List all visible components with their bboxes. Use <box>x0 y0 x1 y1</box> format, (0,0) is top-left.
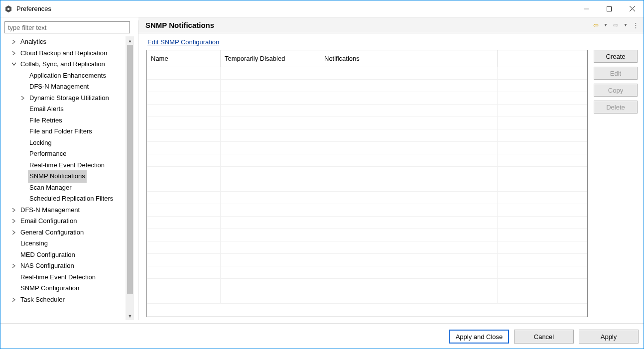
scroll-down-icon[interactable]: ▼ <box>126 312 134 320</box>
tree-item-label[interactable]: SNMP Notifications <box>28 170 87 183</box>
table-row[interactable] <box>147 204 587 217</box>
tree-item-label[interactable]: DFS-N Management <box>28 81 90 93</box>
tree-item[interactable]: Application Enhancements <box>5 70 126 82</box>
table-row[interactable] <box>147 266 587 279</box>
tree-item[interactable]: Dynamic Storage Utilization <box>5 93 126 104</box>
tree-item[interactable]: General Configuration <box>5 227 126 238</box>
chevron-right-icon[interactable] <box>10 40 17 44</box>
tree-item[interactable]: Analytics <box>5 36 126 48</box>
tree-item[interactable]: NAS Configuration <box>5 260 126 272</box>
tree-item-label[interactable]: DFS-N Management <box>19 204 81 217</box>
tree-item[interactable]: Real-time Event Detection <box>5 272 126 283</box>
table-row[interactable] <box>147 129 587 142</box>
table-row[interactable] <box>147 105 587 117</box>
tree-item-label[interactable]: Application Enhancements <box>28 70 108 82</box>
tree-item-label[interactable]: Locking <box>28 137 53 149</box>
filter-input[interactable] <box>4 21 130 33</box>
table-row[interactable] <box>147 254 587 266</box>
chevron-right-icon[interactable] <box>10 231 17 234</box>
tree-item-label[interactable]: Scan Manager <box>28 182 73 194</box>
table-row[interactable] <box>147 67 587 80</box>
tree-item-label[interactable]: File Retries <box>28 115 64 127</box>
maximize-button[interactable] <box>598 0 621 17</box>
col-name[interactable]: Name <box>147 50 221 67</box>
tree-item-label[interactable]: Performance <box>28 148 68 160</box>
tree-item-label[interactable]: General Configuration <box>19 227 85 239</box>
table-row[interactable] <box>147 217 587 229</box>
table-row[interactable] <box>147 154 587 167</box>
tree-item-label[interactable]: File and Folder Filters <box>28 125 94 138</box>
tree-item[interactable]: Task Scheduler <box>5 294 126 306</box>
tree-item-label[interactable]: Licensing <box>19 237 49 250</box>
tree-item-label[interactable]: Real-time Event Detection <box>19 271 97 284</box>
tree-item-label[interactable]: MED Configuration <box>19 249 77 261</box>
tree-item[interactable]: DFS-N Management <box>5 205 126 216</box>
back-menu-icon[interactable]: ▼ <box>602 21 610 29</box>
edit-snmp-config-link[interactable]: Edit SNMP Configuration <box>147 38 638 46</box>
chevron-down-icon[interactable] <box>10 62 17 66</box>
minimize-button[interactable] <box>575 0 598 17</box>
nav-tree[interactable]: AnalyticsCloud Backup and ReplicationCol… <box>3 36 126 320</box>
tree-item-label[interactable]: SNMP Configuration <box>19 282 81 295</box>
tree-item[interactable]: SNMP Notifications <box>5 171 126 182</box>
forward-icon[interactable]: ⇨ <box>612 21 620 29</box>
table-row[interactable] <box>147 241 587 254</box>
copy-button[interactable]: Copy <box>594 84 638 97</box>
tree-item-label[interactable]: Email Alerts <box>28 103 65 116</box>
tree-item[interactable]: File Retries <box>5 115 126 126</box>
tree-item[interactable]: SNMP Configuration <box>5 283 126 294</box>
forward-menu-icon[interactable]: ▼ <box>622 21 630 29</box>
cancel-button[interactable]: Cancel <box>514 330 574 344</box>
apply-and-close-button[interactable]: Apply and Close <box>449 330 509 344</box>
col-temporarily-disabled[interactable]: Temporarily Disabled <box>221 50 320 67</box>
back-icon[interactable]: ⇦ <box>592 21 600 29</box>
tree-item-label[interactable]: Scheduled Replication Filters <box>28 193 115 205</box>
delete-button[interactable]: Delete <box>594 101 638 114</box>
tree-item[interactable]: Real-time Event Detection <box>5 160 126 171</box>
table-row[interactable] <box>147 192 587 204</box>
tree-item[interactable]: Email Alerts <box>5 104 126 115</box>
tree-item[interactable]: Locking <box>5 137 126 149</box>
tree-item[interactable]: DFS-N Management <box>5 81 126 93</box>
notifications-table[interactable]: Name Temporarily Disabled Notifications <box>146 50 588 317</box>
apply-button[interactable]: Apply <box>579 330 639 344</box>
chevron-right-icon[interactable] <box>19 96 26 100</box>
tree-item[interactable]: Collab, Sync, and Replication <box>5 59 126 70</box>
chevron-right-icon[interactable] <box>10 208 17 212</box>
chevron-right-icon[interactable] <box>10 264 17 268</box>
tree-item[interactable]: Cloud Backup and Replication <box>5 48 126 59</box>
tree-item-label[interactable]: Real-time Event Detection <box>28 159 106 172</box>
col-notifications[interactable]: Notifications <box>320 50 498 67</box>
table-row[interactable] <box>147 117 587 129</box>
tree-item[interactable]: Scheduled Replication Filters <box>5 193 126 205</box>
table-row[interactable] <box>147 291 587 304</box>
scroll-up-icon[interactable]: ▲ <box>126 36 134 45</box>
table-row[interactable] <box>147 80 587 92</box>
edit-button[interactable]: Edit <box>594 67 638 80</box>
tree-item[interactable]: Licensing <box>5 238 126 249</box>
tree-item-label[interactable]: Cloud Backup and Replication <box>19 47 109 60</box>
tree-item[interactable]: MED Configuration <box>5 249 126 261</box>
table-row[interactable] <box>147 142 587 154</box>
scroll-thumb[interactable] <box>127 45 133 294</box>
chevron-right-icon[interactable] <box>10 51 17 55</box>
tree-item-label[interactable]: NAS Configuration <box>19 260 76 272</box>
table-row[interactable] <box>147 92 587 105</box>
tree-item-label[interactable]: Collab, Sync, and Replication <box>19 58 107 71</box>
table-row[interactable] <box>147 167 587 179</box>
tree-item-label[interactable]: Email Configuration <box>19 215 78 228</box>
close-button[interactable] <box>621 0 644 17</box>
chevron-right-icon[interactable] <box>10 219 17 223</box>
tree-item[interactable]: Email Configuration <box>5 216 126 227</box>
tree-item-label[interactable]: Dynamic Storage Utilization <box>28 92 111 105</box>
tree-item-label[interactable]: Task Scheduler <box>19 294 66 306</box>
tree-scrollbar[interactable]: ▲ ▼ <box>126 36 134 320</box>
chevron-right-icon[interactable] <box>10 298 17 302</box>
tree-item[interactable]: File and Folder Filters <box>5 126 126 137</box>
tree-item[interactable]: Scan Manager <box>5 182 126 194</box>
table-row[interactable] <box>147 229 587 241</box>
tree-item[interactable]: Performance <box>5 148 126 160</box>
tree-item-label[interactable]: Analytics <box>19 36 48 48</box>
kebab-menu-icon[interactable]: ⋮ <box>632 21 640 29</box>
create-button[interactable]: Create <box>594 50 638 63</box>
